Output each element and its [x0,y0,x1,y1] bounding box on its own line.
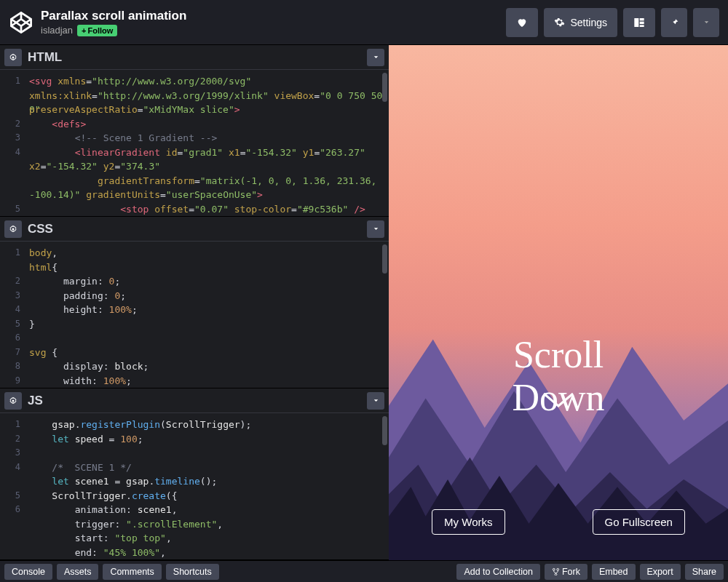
follow-button[interactable]: +Follow [77,25,117,36]
settings-button[interactable]: Settings [544,8,617,37]
svg-point-4 [12,56,15,58]
gear-icon [9,53,17,62]
panel-settings-js[interactable] [4,392,22,410]
console-button[interactable]: Console [4,564,52,580]
fork-icon [552,567,560,575]
panel-settings-css[interactable] [4,220,22,238]
embed-button[interactable]: Embed [592,564,636,580]
layout-icon [633,17,645,28]
layout-button[interactable] [623,8,655,37]
css-panel: CSS 1 23456789 body,html{ margin: 0; pad… [0,217,389,388]
gear-icon [554,17,565,28]
scrollbar[interactable] [382,73,387,102]
pin-icon [670,17,679,27]
gutter: 1 23456789 [0,242,25,388]
scroll-arrow-icon [540,390,577,415]
go-fullscreen-button[interactable]: Go Fullscreen [593,509,685,535]
panel-header-html: HTML [0,45,389,70]
share-button[interactable]: Share [685,564,724,580]
title-block: Parallax scroll animation isladjan +Foll… [41,9,506,36]
scrollbar[interactable] [382,416,387,445]
panel-title: CSS [28,222,53,236]
gutter: 1234 56 [0,413,25,559]
heart-button[interactable] [506,8,538,37]
html-panel: HTML 1 234 5 <svg xmlns="http://www.w3.o… [0,45,389,217]
svg-point-6 [12,399,15,402]
main: HTML 1 234 5 <svg xmlns="http://www.w3.o… [0,45,728,560]
heart-icon [516,17,528,28]
comments-button[interactable]: Comments [103,564,161,580]
chevron-down-icon [703,18,711,26]
panel-header-js: JS [0,388,389,413]
more-button[interactable] [693,8,719,37]
panel-collapse-js[interactable] [367,392,384,410]
header-actions: Settings [506,8,719,37]
panel-collapse-css[interactable] [367,220,384,238]
pin-button[interactable] [661,8,687,37]
svg-rect-3 [640,25,644,27]
css-editor[interactable]: 1 23456789 body,html{ margin: 0; padding… [0,242,389,388]
panel-collapse-html[interactable] [367,49,384,66]
header: Parallax scroll animation isladjan +Foll… [0,0,728,45]
author-link[interactable]: isladjan [41,25,73,36]
chevron-down-icon [372,396,380,404]
chevron-down-icon [372,53,380,61]
shortcuts-button[interactable]: Shortcuts [166,564,219,580]
footer: Console Assets Comments Shortcuts Add to… [0,560,728,582]
fork-button[interactable]: Fork [545,564,587,580]
pen-title: Parallax scroll animation [41,9,506,23]
panel-title: HTML [28,50,62,65]
scrollbar[interactable] [382,244,387,274]
svg-point-5 [12,228,15,230]
panel-settings-html[interactable] [4,49,22,66]
js-editor[interactable]: 1234 56 gsap.registerPlugin(ScrollTrigge… [0,413,389,559]
preview-pane: Scroll Down My Works Go Fullscreen [389,45,728,560]
export-button[interactable]: Export [640,564,681,580]
panel-title: JS [28,394,43,408]
svg-rect-2 [640,21,644,23]
my-works-button[interactable]: My Works [432,509,505,535]
codepen-logo-icon [9,10,33,35]
preview-buttons: My Works Go Fullscreen [389,509,728,535]
js-panel: JS 1234 56 gsap.registerPlugin(ScrollTri… [0,388,389,560]
gutter: 1 234 5 [0,70,25,216]
svg-rect-0 [634,18,638,27]
chevron-down-icon [372,225,380,233]
gear-icon [9,396,17,405]
gear-icon [9,225,17,234]
editors-column: HTML 1 234 5 <svg xmlns="http://www.w3.o… [0,45,389,560]
panel-header-css: CSS [0,217,389,242]
svg-rect-1 [640,18,644,20]
add-collection-button[interactable]: Add to Collection [456,564,540,580]
html-editor[interactable]: 1 234 5 <svg xmlns="http://www.w3.org/20… [0,70,389,216]
assets-button[interactable]: Assets [57,564,99,580]
